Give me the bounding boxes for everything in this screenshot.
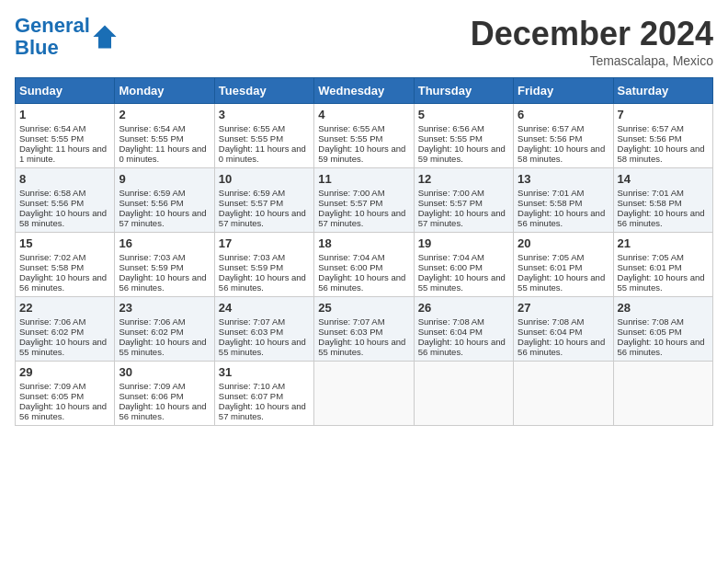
day-number: 7 (618, 108, 709, 121)
day-number: 4 (318, 108, 409, 121)
daylight-info: Daylight: 10 hours and 58 minutes. (518, 144, 605, 164)
sunset-info: Sunset: 6:00 PM (318, 262, 382, 272)
daylight-info: Daylight: 10 hours and 55 minutes. (219, 337, 306, 357)
sunset-info: Sunset: 6:04 PM (418, 327, 483, 337)
day-number: 11 (318, 172, 409, 186)
calendar-cell: 13Sunrise: 7:01 AMSunset: 5:58 PMDayligh… (514, 168, 613, 233)
month-title: December 2024 (471, 15, 713, 53)
sunset-info: Sunset: 5:55 PM (318, 133, 382, 144)
calendar-cell: 11Sunrise: 7:00 AMSunset: 5:57 PMDayligh… (314, 168, 414, 233)
day-number: 2 (119, 108, 210, 121)
day-number: 6 (518, 108, 609, 121)
calendar-cell (514, 362, 613, 426)
sunset-info: Sunset: 5:56 PM (518, 133, 582, 144)
sunset-info: Sunset: 6:02 PM (119, 327, 183, 337)
sunset-info: Sunset: 6:05 PM (618, 327, 682, 337)
sunset-info: Sunset: 6:03 PM (219, 327, 283, 337)
day-number: 26 (418, 301, 509, 315)
daylight-info: Daylight: 10 hours and 56 minutes. (618, 337, 705, 357)
day-number: 29 (19, 365, 110, 379)
sunset-info: Sunset: 5:55 PM (19, 133, 84, 144)
day-number: 1 (19, 108, 110, 121)
sunset-info: Sunset: 5:56 PM (618, 133, 682, 144)
sunset-info: Sunset: 5:56 PM (19, 198, 84, 208)
daylight-info: Daylight: 10 hours and 57 minutes. (318, 208, 405, 228)
day-number: 25 (318, 301, 409, 315)
sunset-info: Sunset: 6:02 PM (19, 327, 84, 337)
daylight-info: Daylight: 10 hours and 56 minutes. (518, 208, 605, 228)
daylight-info: Daylight: 10 hours and 55 minutes. (318, 337, 405, 357)
daylight-info: Daylight: 10 hours and 55 minutes. (418, 272, 506, 293)
sunrise-info: Sunrise: 7:10 AM (219, 381, 285, 391)
day-number: 12 (418, 172, 509, 186)
sunrise-info: Sunrise: 6:58 AM (19, 188, 85, 198)
sunset-info: Sunset: 5:55 PM (418, 133, 483, 144)
sunset-info: Sunset: 5:56 PM (119, 198, 183, 208)
daylight-info: Daylight: 10 hours and 56 minutes. (418, 337, 506, 357)
sunset-info: Sunset: 6:00 PM (418, 262, 483, 272)
daylight-info: Daylight: 10 hours and 56 minutes. (318, 272, 405, 293)
calendar-cell: 25Sunrise: 7:07 AMSunset: 6:03 PMDayligh… (314, 297, 414, 362)
sunset-info: Sunset: 5:57 PM (318, 198, 382, 208)
sunset-info: Sunset: 6:03 PM (318, 327, 382, 337)
calendar-cell: 2Sunrise: 6:54 AMSunset: 5:55 PMDaylight… (115, 104, 214, 168)
header-wednesday: Wednesday (314, 78, 414, 104)
daylight-info: Daylight: 10 hours and 56 minutes. (19, 401, 107, 421)
daylight-info: Daylight: 10 hours and 59 minutes. (318, 144, 405, 164)
sunrise-info: Sunrise: 7:00 AM (418, 188, 484, 198)
daylight-info: Daylight: 10 hours and 55 minutes. (19, 337, 107, 357)
day-number: 17 (219, 236, 310, 250)
day-number: 16 (119, 236, 210, 250)
day-number: 15 (19, 236, 110, 250)
day-number: 31 (219, 365, 310, 379)
calendar-cell: 15Sunrise: 7:02 AMSunset: 5:58 PMDayligh… (16, 233, 115, 297)
sunset-info: Sunset: 5:58 PM (518, 198, 582, 208)
calendar-cell: 24Sunrise: 7:07 AMSunset: 6:03 PMDayligh… (214, 297, 313, 362)
sunset-info: Sunset: 6:01 PM (518, 262, 582, 272)
sunset-info: Sunset: 5:59 PM (219, 262, 283, 272)
sunrise-info: Sunrise: 7:09 AM (119, 381, 185, 391)
calendar-cell: 7Sunrise: 6:57 AMSunset: 5:56 PMDaylight… (613, 104, 712, 168)
sunset-info: Sunset: 5:55 PM (219, 133, 283, 144)
sunrise-info: Sunrise: 6:56 AM (418, 123, 484, 133)
calendar-cell (613, 362, 712, 426)
sunset-info: Sunset: 6:07 PM (219, 391, 283, 401)
sunrise-info: Sunrise: 6:55 AM (219, 123, 285, 133)
sunrise-info: Sunrise: 7:00 AM (318, 188, 384, 198)
calendar-cell: 1Sunrise: 6:54 AMSunset: 5:55 PMDaylight… (16, 104, 115, 168)
sunset-info: Sunset: 6:04 PM (518, 327, 582, 337)
header-sunday: Sunday (16, 78, 115, 104)
sunrise-info: Sunrise: 7:08 AM (418, 316, 484, 327)
calendar-cell: 31Sunrise: 7:10 AMSunset: 6:07 PMDayligh… (214, 362, 313, 426)
calendar-cell: 27Sunrise: 7:08 AMSunset: 6:04 PMDayligh… (514, 297, 613, 362)
calendar-cell: 19Sunrise: 7:04 AMSunset: 6:00 PMDayligh… (414, 233, 513, 297)
daylight-info: Daylight: 10 hours and 59 minutes. (418, 144, 506, 164)
daylight-info: Daylight: 10 hours and 56 minutes. (518, 337, 605, 357)
calendar-cell: 6Sunrise: 6:57 AMSunset: 5:56 PMDaylight… (514, 104, 613, 168)
sunrise-info: Sunrise: 6:59 AM (119, 188, 185, 198)
daylight-info: Daylight: 10 hours and 56 minutes. (119, 272, 206, 293)
sunrise-info: Sunrise: 7:07 AM (318, 316, 384, 327)
day-number: 21 (618, 236, 709, 250)
logo: GeneralBlue (15, 15, 118, 59)
calendar-week-row: 15Sunrise: 7:02 AMSunset: 5:58 PMDayligh… (16, 233, 713, 297)
calendar-week-row: 8Sunrise: 6:58 AMSunset: 5:56 PMDaylight… (16, 168, 713, 233)
calendar-cell: 23Sunrise: 7:06 AMSunset: 6:02 PMDayligh… (115, 297, 214, 362)
calendar-cell: 29Sunrise: 7:09 AMSunset: 6:05 PMDayligh… (16, 362, 115, 426)
calendar-cell: 30Sunrise: 7:09 AMSunset: 6:06 PMDayligh… (115, 362, 214, 426)
location: Temascalapa, Mexico (471, 53, 713, 68)
daylight-info: Daylight: 10 hours and 56 minutes. (618, 208, 705, 228)
calendar-cell: 26Sunrise: 7:08 AMSunset: 6:04 PMDayligh… (414, 297, 513, 362)
calendar-cell: 14Sunrise: 7:01 AMSunset: 5:58 PMDayligh… (613, 168, 712, 233)
calendar-cell: 18Sunrise: 7:04 AMSunset: 6:00 PMDayligh… (314, 233, 414, 297)
calendar-cell: 4Sunrise: 6:55 AMSunset: 5:55 PMDaylight… (314, 104, 414, 168)
header-saturday: Saturday (613, 78, 712, 104)
calendar-table: Sunday Monday Tuesday Wednesday Thursday… (15, 77, 713, 426)
sunrise-info: Sunrise: 6:54 AM (19, 123, 85, 133)
sunset-info: Sunset: 5:57 PM (219, 198, 283, 208)
weekday-header-row: Sunday Monday Tuesday Wednesday Thursday… (16, 78, 713, 104)
calendar-cell: 16Sunrise: 7:03 AMSunset: 5:59 PMDayligh… (115, 233, 214, 297)
calendar-cell: 17Sunrise: 7:03 AMSunset: 5:59 PMDayligh… (214, 233, 313, 297)
sunrise-info: Sunrise: 7:04 AM (418, 252, 484, 262)
sunset-info: Sunset: 5:59 PM (119, 262, 183, 272)
